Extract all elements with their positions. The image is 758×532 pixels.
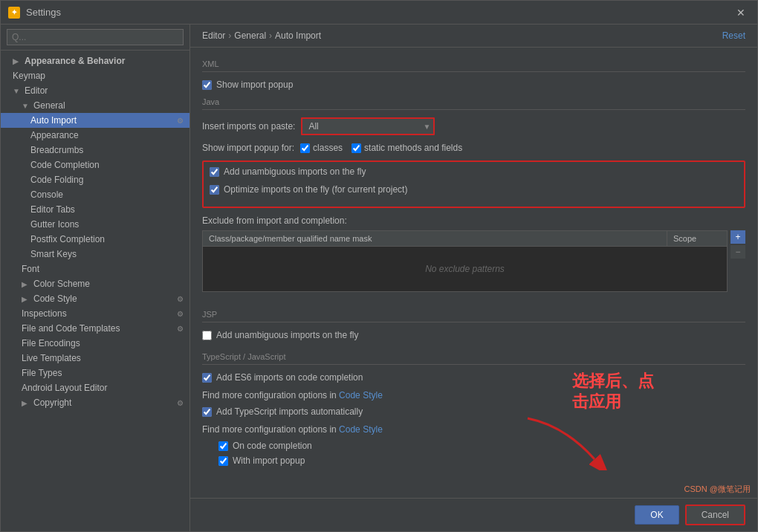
table-col2: Scope: [667, 231, 727, 246]
add-es6-label[interactable]: Add ES6 imports on code completion: [202, 372, 363, 383]
on-code-completion-row: On code completion: [202, 441, 745, 451]
exclude-table-row: Class/package/member qualified name mask…: [202, 230, 745, 298]
sidebar-item-code-folding[interactable]: Code Folding: [1, 172, 190, 187]
jsp-section-title: JSP: [202, 310, 745, 322]
with-import-popup-checkbox[interactable]: [218, 456, 228, 466]
sidebar-item-file-code-templates[interactable]: File and Code Templates ⚙: [1, 321, 190, 336]
optimize-imports-label[interactable]: Optimize imports on the fly (for current…: [210, 184, 407, 195]
add-typescript-checkbox[interactable]: [202, 407, 212, 417]
search-input[interactable]: [7, 29, 184, 45]
add-es6-checkbox[interactable]: [202, 373, 212, 383]
xml-section-title: XML: [202, 59, 745, 72]
jsp-add-unambiguous-checkbox[interactable]: [202, 331, 212, 340]
settings-icon: ⚙: [177, 310, 184, 318]
sidebar-item-breadcrumbs[interactable]: Breadcrumbs: [1, 143, 190, 158]
on-code-completion-label[interactable]: On code completion: [218, 441, 312, 451]
settings-icon: ⚙: [177, 295, 184, 303]
breadcrumb-sep2: ›: [269, 30, 272, 41]
reset-button[interactable]: Reset: [722, 30, 745, 41]
add-pattern-button[interactable]: +: [731, 230, 745, 244]
sidebar-item-postfix-completion[interactable]: Postfix Completion: [1, 232, 190, 247]
sidebar-label: Color Scheme: [33, 279, 90, 289]
breadcrumb-part2: General: [234, 30, 266, 41]
classes-label: classes: [313, 143, 343, 153]
sidebar-item-editor[interactable]: ▼ Editor: [1, 83, 190, 98]
sidebar-item-color-scheme[interactable]: ▶ Color Scheme: [1, 276, 190, 291]
sidebar-label: Code Completion: [30, 160, 100, 170]
breadcrumb-sep1: ›: [228, 30, 231, 41]
sidebar-item-auto-import[interactable]: Auto Import ⚙: [1, 113, 190, 128]
add-es6-row: Add ES6 imports on code completion: [202, 372, 745, 383]
ts-section: TypeScript / JavaScript Add ES6 imports …: [202, 352, 745, 466]
search-box: [1, 25, 190, 51]
sidebar-item-android-layout-editor[interactable]: Android Layout Editor: [1, 380, 190, 395]
sidebar-item-font[interactable]: Font: [1, 262, 190, 276]
sidebar-item-file-types[interactable]: File Types: [1, 366, 190, 380]
main-content: Editor › General › Auto Import Reset XML: [190, 25, 757, 531]
sidebar-item-console[interactable]: Console: [1, 187, 190, 202]
settings-icon: ⚙: [177, 399, 184, 407]
show-import-popup-for-label: Show import popup for:: [202, 143, 294, 153]
sidebar-item-appearance-behavior[interactable]: ▶ Appearance & Behavior: [1, 53, 190, 68]
sidebar-item-inspections[interactable]: Inspections ⚙: [1, 306, 190, 321]
on-code-completion-text: On code completion: [233, 441, 312, 451]
xml-show-import-popup-checkbox[interactable]: [202, 80, 212, 90]
sidebar-label: Smart Keys: [30, 249, 77, 259]
code-style-link2[interactable]: Code Style: [339, 424, 383, 435]
jsp-add-unambiguous-label[interactable]: Add unambiguous imports on the fly: [202, 330, 358, 340]
sidebar-item-code-completion[interactable]: Code Completion: [1, 158, 190, 172]
breadcrumb: Editor › General › Auto Import: [202, 30, 321, 41]
cancel-button[interactable]: Cancel: [685, 505, 745, 525]
add-typescript-label[interactable]: Add TypeScript imports automatically: [202, 406, 363, 417]
exclude-title: Exclude from import and completion:: [202, 215, 745, 226]
sidebar-item-keymap[interactable]: Keymap: [1, 68, 190, 83]
classes-checkbox[interactable]: [300, 143, 310, 153]
sidebar-item-file-encodings[interactable]: File Encodings: [1, 336, 190, 351]
optimize-imports-checkbox[interactable]: [210, 185, 219, 195]
sidebar-label: Breadcrumbs: [30, 145, 83, 155]
xml-show-import-popup-text: Show import popup: [216, 80, 293, 90]
insert-imports-select-wrapper: All Ask None ▼: [301, 117, 435, 135]
static-methods-checkbox[interactable]: [352, 143, 361, 153]
exclude-table: Class/package/member qualified name mask…: [202, 230, 728, 298]
sidebar-label: File and Code Templates: [22, 323, 120, 334]
tree-expand-icon: ▶: [22, 399, 30, 407]
tree-expand-icon: ▶: [22, 295, 30, 303]
sidebar-item-general[interactable]: ▼ General: [1, 98, 190, 113]
remove-pattern-button[interactable]: −: [731, 245, 745, 259]
find-more2-text: Find more configuration options in Code …: [202, 424, 745, 435]
sidebar-item-live-templates[interactable]: Live Templates: [1, 351, 190, 366]
exclude-table-container: Class/package/member qualified name mask…: [202, 230, 728, 292]
sidebar-label: Postfix Completion: [30, 234, 105, 244]
window-title: Settings: [26, 7, 61, 18]
xml-show-import-popup-label[interactable]: Show import popup: [202, 80, 293, 90]
code-style-link1[interactable]: Code Style: [339, 390, 383, 400]
title-bar: ✦ Settings ✕: [1, 1, 757, 25]
sidebar-item-code-style[interactable]: ▶ Code Style ⚙: [1, 291, 190, 306]
sidebar-item-copyright[interactable]: ▶ Copyright ⚙: [1, 395, 190, 410]
sidebar: ▶ Appearance & Behavior Keymap ▼ Editor: [1, 25, 190, 531]
tree-expand-icon: ▼: [22, 102, 30, 110]
with-import-popup-text: With import popup: [233, 455, 305, 466]
sidebar-item-gutter-icons[interactable]: Gutter Icons: [1, 217, 190, 232]
with-import-popup-label[interactable]: With import popup: [218, 455, 305, 466]
add-unambiguous-label[interactable]: Add unambiguous imports on the fly: [210, 166, 366, 177]
ts-section-title: TypeScript / JavaScript: [202, 352, 745, 365]
sidebar-item-smart-keys[interactable]: Smart Keys: [1, 247, 190, 262]
add-unambiguous-text: Add unambiguous imports on the fly: [224, 166, 366, 177]
on-code-completion-checkbox[interactable]: [218, 441, 228, 451]
app-icon: ✦: [8, 7, 20, 19]
sidebar-item-editor-tabs[interactable]: Editor Tabs: [1, 202, 190, 217]
exclude-table-header: Class/package/member qualified name mask…: [203, 231, 727, 247]
add-unambiguous-checkbox[interactable]: [210, 167, 219, 177]
close-button[interactable]: ✕: [732, 5, 750, 20]
settings-icon: ⚙: [177, 325, 184, 333]
show-import-popup-checkboxes: classes static methods and fields: [300, 143, 462, 153]
sidebar-label: Keymap: [13, 71, 45, 81]
sidebar-item-appearance[interactable]: Appearance: [1, 128, 190, 143]
ok-button[interactable]: OK: [635, 505, 678, 525]
insert-imports-dropdown[interactable]: All Ask None: [301, 117, 435, 135]
sidebar-label: Appearance & Behavior: [25, 56, 125, 66]
sidebar-label: Editor: [25, 85, 48, 96]
jsp-add-unambiguous-text: Add unambiguous imports on the fly: [216, 330, 358, 340]
